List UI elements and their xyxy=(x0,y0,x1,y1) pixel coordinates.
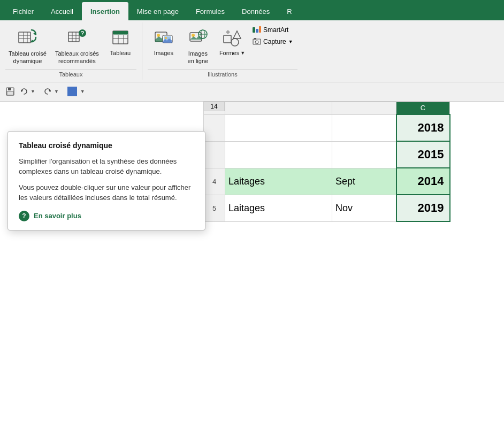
capture-icon xyxy=(253,37,261,46)
tab-mise-en-page[interactable]: Mise en page xyxy=(128,2,187,20)
tooltip-body-p1: Simplifier l'organisation et la synthèse… xyxy=(19,156,194,177)
col-a-header xyxy=(225,102,332,114)
learn-more-label: En savoir plus xyxy=(34,212,81,220)
svg-point-26 xyxy=(192,34,195,37)
svg-rect-0 xyxy=(19,32,30,43)
spreadsheet-area: Tableau croisé dynamique Simplifier l'or… xyxy=(0,102,504,222)
formula-ref: 14 xyxy=(203,102,225,111)
svg-rect-42 xyxy=(7,91,13,95)
svg-point-24 xyxy=(165,37,167,39)
color-square-icon xyxy=(67,87,77,96)
formes-button[interactable]: Formes ▼ xyxy=(216,25,248,58)
recommended-pivot-button[interactable]: ? Tableaux croisésrecommandés xyxy=(52,25,102,67)
tab-accueil[interactable]: Accueil xyxy=(42,2,82,20)
cell-a4[interactable]: Laitages xyxy=(225,195,332,221)
images-label: Images xyxy=(154,50,173,56)
spreadsheet-grid: C 2018 2015 4 Laitages xyxy=(203,102,450,222)
cell-c3[interactable]: 2014 xyxy=(396,168,450,195)
tab-row: Fichier Accueil Insertion Mise en page F… xyxy=(0,0,504,20)
formes-dropdown-icon: ▼ xyxy=(240,50,245,56)
tab-insertion[interactable]: Insertion xyxy=(82,2,128,20)
ribbon-content: Tableau croisédynamique ? xyxy=(0,20,504,82)
col-b-header xyxy=(332,102,396,114)
tooltip-popup: Tableau croisé dynamique Simplifier l'or… xyxy=(7,131,205,230)
svg-rect-35 xyxy=(256,29,258,33)
small-buttons: SmartArt Capture ▼ xyxy=(250,25,295,47)
help-circle-icon: ? xyxy=(19,211,29,221)
table-icon xyxy=(110,27,131,48)
cell-a3[interactable]: Laitages xyxy=(225,168,332,195)
table-row: 5 Laitages Nov 2019 xyxy=(204,195,450,221)
illustrations-items: Images xyxy=(148,25,297,70)
redo-button[interactable] xyxy=(42,86,54,97)
tab-fichier[interactable]: Fichier xyxy=(4,2,42,20)
capture-arrow-icon: ▼ xyxy=(288,39,293,44)
color-square-button[interactable] xyxy=(66,86,78,97)
svg-rect-30 xyxy=(224,35,231,43)
cell-c2[interactable]: 2015 xyxy=(396,141,450,168)
pivot-table-label: Tableau croisédynamique xyxy=(9,50,47,65)
cell-b4[interactable]: Nov xyxy=(332,195,396,221)
table-row: 2018 xyxy=(204,114,450,141)
smartart-icon xyxy=(253,26,261,34)
recommended-pivot-label: Tableaux croisésrecommandés xyxy=(55,50,99,65)
tab-r[interactable]: R xyxy=(278,2,300,20)
row-num-1 xyxy=(204,114,225,141)
tableaux-group-label: Tableaux xyxy=(5,70,136,78)
images-online-button[interactable]: Imagesen ligne xyxy=(182,25,214,67)
table-label: Tableau xyxy=(110,50,131,56)
cell-c1[interactable]: 2018 xyxy=(396,114,450,141)
ribbon-group-tableaux: Tableau croisédynamique ? xyxy=(0,22,142,80)
images-button[interactable]: Images xyxy=(148,25,180,58)
svg-rect-15 xyxy=(113,31,128,35)
svg-marker-33 xyxy=(226,30,230,34)
row-num-4: 5 xyxy=(204,195,225,221)
svg-marker-5 xyxy=(33,32,36,35)
cell-c4[interactable]: 2019 xyxy=(396,195,450,221)
tableaux-items: Tableau croisédynamique ? xyxy=(5,25,136,70)
table-row: 4 Laitages Sept 2014 xyxy=(204,168,450,195)
svg-rect-7 xyxy=(68,32,79,42)
ribbon-group-illustrations: Images xyxy=(142,22,303,80)
col-c-header: C xyxy=(396,102,450,114)
undo-arrow-icon: ▼ xyxy=(30,89,35,94)
tab-donnees[interactable]: Données xyxy=(233,2,278,20)
cell-a2[interactable] xyxy=(225,141,332,168)
table-button[interactable]: Tableau xyxy=(104,25,136,58)
svg-rect-41 xyxy=(8,88,11,90)
images-online-label: Imagesen ligne xyxy=(188,50,209,65)
capture-label: Capture xyxy=(263,38,286,45)
svg-marker-31 xyxy=(233,31,241,39)
cell-b1[interactable] xyxy=(332,114,396,141)
ribbon: Fichier Accueil Insertion Mise en page F… xyxy=(0,0,504,82)
images-online-icon xyxy=(187,27,209,48)
learn-more-link[interactable]: ? En savoir plus xyxy=(19,211,194,221)
table-row: 2015 xyxy=(204,141,450,168)
undo-button[interactable] xyxy=(18,86,30,97)
cell-a1[interactable] xyxy=(225,114,332,141)
cell-b3[interactable]: Sept xyxy=(332,168,396,195)
illustrations-group-label: Illustrations xyxy=(148,70,297,78)
svg-text:?: ? xyxy=(81,30,85,36)
formes-label: Formes xyxy=(219,50,239,56)
smartart-button[interactable]: SmartArt xyxy=(250,25,295,35)
recommended-pivot-icon: ? xyxy=(66,27,88,48)
svg-point-32 xyxy=(231,39,239,46)
svg-point-39 xyxy=(255,41,258,44)
smartart-label: SmartArt xyxy=(263,26,288,34)
tab-formules[interactable]: Formules xyxy=(187,2,233,20)
save-button[interactable] xyxy=(4,86,16,97)
svg-rect-36 xyxy=(259,26,261,33)
tooltip-body-p2: Vous pouvez double-cliquer sur une valeu… xyxy=(19,182,194,203)
quick-access-toolbar: ▼ ▼ ▼ xyxy=(0,82,504,102)
svg-rect-38 xyxy=(254,38,256,40)
cell-b2[interactable] xyxy=(332,141,396,168)
tooltip-body: Simplifier l'organisation et la synthèse… xyxy=(19,156,194,203)
images-icon xyxy=(153,27,174,48)
formes-icon xyxy=(222,27,243,48)
row-num-3: 4 xyxy=(204,168,225,195)
svg-rect-34 xyxy=(253,27,255,33)
svg-point-21 xyxy=(157,34,160,37)
pivot-table-button[interactable]: Tableau croisédynamique xyxy=(5,25,50,67)
capture-button[interactable]: Capture ▼ xyxy=(250,36,295,47)
